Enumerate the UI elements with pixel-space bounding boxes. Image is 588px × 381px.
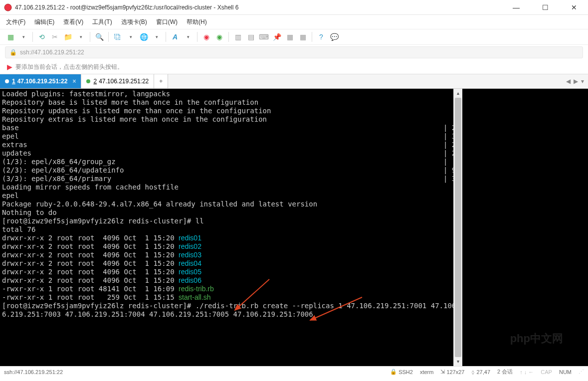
- script-button[interactable]: ▥: [232, 31, 243, 42]
- add-tab-button[interactable]: +: [154, 74, 168, 88]
- font-button[interactable]: A: [170, 31, 181, 42]
- status-bar: ssh://47.106.219.251:22 🔒SSH2 xterm ⇲ 12…: [0, 366, 588, 377]
- help-button[interactable]: ?: [316, 31, 327, 42]
- status-size: ⇲ 127x27: [440, 369, 464, 375]
- tab-nav: ◀ ▶ ▾: [562, 74, 588, 88]
- panel-button[interactable]: ▤: [245, 31, 256, 42]
- terminal-area: Loaded plugins: fastestmirror, langpacks…: [0, 89, 588, 366]
- lock-icon: 🔒: [390, 369, 397, 375]
- hint-text: 要添加当前会话，点击左侧的箭头按钮。: [15, 63, 123, 71]
- pin-button[interactable]: 📌: [271, 31, 282, 42]
- app-icon: [4, 3, 12, 11]
- annotation-2: 使用该工具搭建集群: [534, 89, 588, 366]
- hint-bar: ▶ 要添加当前会话，点击左侧的箭头按钮。: [0, 60, 588, 74]
- tab-menu-icon[interactable]: ▾: [581, 78, 584, 85]
- menu-file[interactable]: 文件(F): [6, 18, 25, 26]
- status-pos: ⎀ 27,47: [471, 369, 490, 375]
- tab-close-icon[interactable]: ×: [72, 78, 76, 85]
- terminal[interactable]: Loaded plugins: fastestmirror, langpacks…: [0, 89, 453, 366]
- menu-tabs[interactable]: 选项卡(B): [121, 18, 147, 26]
- lock-icon: 🔒: [9, 49, 17, 56]
- menu-view[interactable]: 查看(V): [63, 18, 83, 26]
- menu-bar: 文件(F) 编辑(E) 查看(V) 工具(T) 选项卡(B) 窗口(W) 帮助(…: [0, 15, 588, 29]
- tab-label: 47.106.219.251:22: [99, 78, 149, 85]
- xshell-button[interactable]: ◉: [201, 31, 212, 42]
- tab-next-icon[interactable]: ▶: [574, 78, 578, 85]
- globe-button[interactable]: 🌐: [138, 31, 149, 42]
- maximize-button[interactable]: ☐: [535, 3, 555, 11]
- reconnect-button[interactable]: ⟲: [36, 31, 47, 42]
- status-arrows: ↑ ↓ ←: [520, 369, 534, 375]
- status-num: NUM: [559, 369, 572, 375]
- status-address: ssh://47.106.219.251:22: [4, 369, 383, 375]
- tab-num: 1: [12, 78, 15, 85]
- status-cap: CAP: [541, 369, 552, 375]
- status-resize-icon[interactable]: ⋰: [579, 369, 584, 375]
- session-tab-1[interactable]: 1 47.106.219.251:22 ×: [0, 74, 81, 88]
- tab-bar: 1 47.106.219.251:22 × 2 47.106.219.251:2…: [0, 74, 588, 89]
- window-title: 47.106.219.251:22 - root@izwz9ef5sjam9pv…: [15, 4, 506, 11]
- address-input[interactable]: 🔒 ssh://47.106.219.251:22: [5, 46, 583, 58]
- dropdown-icon[interactable]: ▾: [151, 31, 162, 42]
- status-ssh: 🔒SSH2: [390, 369, 413, 375]
- menu-window[interactable]: 窗口(W): [156, 18, 178, 26]
- status-dot-icon: [86, 79, 90, 83]
- copy-button[interactable]: ⿻: [112, 31, 123, 42]
- dropdown-icon[interactable]: ▾: [183, 31, 194, 42]
- tab-num: 2: [93, 78, 97, 85]
- status-dot-icon: [5, 79, 9, 83]
- toolbar: ▦ ▾ ⟲ ✂ 📁 ▾ 🔍 ⿻ ▾ 🌐 ▾ A ▾ ◉ ◉ ▥ ▤ ⌨ 📌 ▦ …: [0, 29, 588, 45]
- tab-label: 47.106.219.251:22: [17, 78, 68, 85]
- annotation-1: 集群所搭建所需的脚本工具: [462, 89, 534, 366]
- close-button[interactable]: ✕: [564, 3, 584, 11]
- dropdown-icon[interactable]: ▾: [125, 31, 136, 42]
- new-button[interactable]: ▦: [5, 31, 16, 42]
- dropdown-icon[interactable]: ▾: [18, 31, 29, 42]
- session-tab-2[interactable]: 2 47.106.219.251:22: [81, 74, 154, 88]
- menu-tools[interactable]: 工具(T): [92, 18, 112, 26]
- svg-point-0: [4, 4, 11, 11]
- menu-help[interactable]: 帮助(H): [187, 18, 207, 26]
- comment-button[interactable]: 💬: [329, 31, 340, 42]
- search-button[interactable]: 🔍: [94, 31, 105, 42]
- xftp-button[interactable]: ◉: [214, 31, 225, 42]
- tab-prev-icon[interactable]: ◀: [566, 78, 571, 85]
- scroll-thumb[interactable]: [455, 98, 461, 357]
- flag-icon: ▶: [7, 63, 12, 71]
- scroll-up-icon[interactable]: ▴: [454, 89, 462, 98]
- address-url: ssh://47.106.219.251:22: [20, 49, 84, 56]
- keyboard-button[interactable]: ⌨: [258, 31, 269, 42]
- dropdown-icon[interactable]: ▾: [75, 31, 86, 42]
- window-controls: — ☐ ✕: [506, 3, 584, 11]
- address-bar: 🔒 ssh://47.106.219.251:22: [0, 45, 588, 60]
- disconnect-button[interactable]: ✂: [49, 31, 60, 42]
- title-bar: 47.106.219.251:22 - root@izwz9ef5sjam9pv…: [0, 0, 588, 15]
- minimize-button[interactable]: —: [506, 3, 526, 11]
- menu-edit[interactable]: 编辑(E): [34, 18, 54, 26]
- scrollbar[interactable]: ▴ ▾: [453, 89, 462, 366]
- status-term: xterm: [420, 369, 434, 375]
- layout-button[interactable]: ▦: [284, 31, 295, 42]
- grid-button[interactable]: ▦: [297, 31, 308, 42]
- open-button[interactable]: 📁: [62, 31, 73, 42]
- scroll-down-icon[interactable]: ▾: [454, 357, 462, 366]
- status-sessions: 2 会话: [497, 368, 513, 376]
